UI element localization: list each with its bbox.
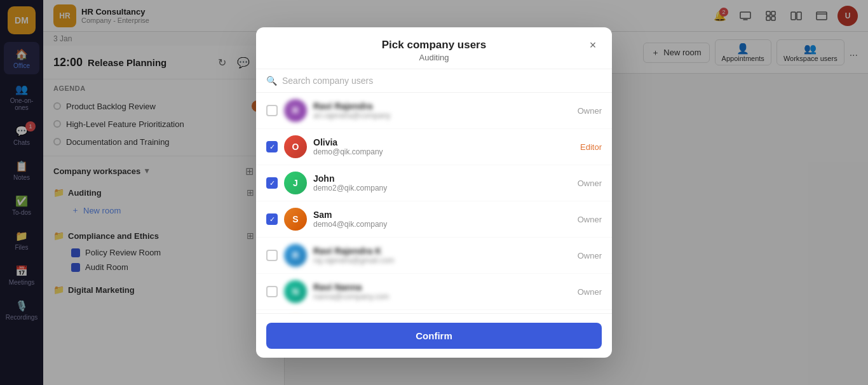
user-email-1: ari.rajendra@company	[313, 111, 571, 120]
user-email-sam: demo4@qik.company	[313, 220, 571, 229]
user-item: S Sam demo4@qik.company Owner	[256, 201, 612, 238]
search-icon: 🔍	[266, 76, 277, 86]
modal-title: Pick company users	[269, 39, 599, 51]
user-name-6: Ravi Nanna	[313, 282, 571, 292]
modal-overlay: Pick company users Auditing × 🔍 R Ravi R…	[0, 0, 868, 385]
user-item: O Olivia demo@qik.company Editor	[256, 129, 612, 165]
user-email-5: raj.rajendra@gmail.com	[313, 256, 571, 265]
user-info-1: Ravi Rajendra ari.rajendra@company	[313, 101, 571, 120]
user-checkbox-2[interactable]	[266, 141, 278, 152]
user-role-john: Owner	[578, 179, 602, 188]
search-input[interactable]	[282, 76, 602, 86]
user-info-olivia: Olivia demo@qik.company	[313, 137, 574, 156]
user-checkbox-6[interactable]	[266, 286, 278, 297]
user-list: R Ravi Rajendra ari.rajendra@company Own…	[256, 93, 612, 313]
confirm-button[interactable]: Confirm	[266, 323, 602, 349]
user-role-sam: Owner	[578, 215, 602, 224]
user-role-1: Owner	[578, 106, 602, 116]
user-info-5: Ravi Rajendra K raj.rajendra@gmail.com	[313, 246, 571, 265]
modal-close-button[interactable]: ×	[584, 36, 602, 54]
user-email-6: nanna@company.com	[313, 292, 571, 301]
user-name-olivia: Olivia	[313, 137, 574, 147]
modal-search-bar: 🔍	[256, 69, 612, 93]
modal-header: Pick company users Auditing ×	[256, 27, 612, 69]
modal-footer: Confirm	[256, 313, 612, 358]
user-item: R Ravi Rajendra ari.rajendra@company Own…	[256, 93, 612, 129]
user-avatar-6: N	[284, 280, 307, 303]
user-name-1: Ravi Rajendra	[313, 101, 571, 111]
user-avatar-1: R	[284, 99, 307, 122]
user-name-5: Ravi Rajendra K	[313, 246, 571, 256]
user-info-6: Ravi Nanna nanna@company.com	[313, 282, 571, 301]
user-role-olivia: Editor	[580, 142, 602, 152]
user-name-sam: Sam	[313, 210, 571, 220]
user-avatar-john: J	[284, 172, 307, 194]
user-email-olivia: demo@qik.company	[313, 147, 574, 156]
user-avatar-olivia: O	[284, 135, 307, 158]
user-name-john: John	[313, 173, 571, 184]
pick-users-modal: Pick company users Auditing × 🔍 R Ravi R…	[256, 27, 612, 358]
user-item: R Ravi Rajendra K raj.rajendra@gmail.com…	[256, 238, 612, 274]
user-checkbox-4[interactable]	[266, 213, 278, 225]
user-role-6: Owner	[578, 287, 602, 297]
user-info-john: John demo2@qik.company	[313, 173, 571, 192]
modal-subtitle: Auditing	[269, 53, 599, 62]
user-avatar-sam: S	[284, 208, 307, 231]
user-email-john: demo2@qik.company	[313, 184, 571, 192]
user-checkbox-5[interactable]	[266, 250, 278, 261]
user-role-5: Owner	[578, 251, 602, 260]
user-avatar-5: R	[284, 244, 307, 267]
user-checkbox-1[interactable]	[266, 105, 278, 116]
user-item: N Ravi Nanna nanna@company.com Owner	[256, 274, 612, 310]
user-checkbox-3[interactable]	[266, 177, 278, 189]
user-info-sam: Sam demo4@qik.company	[313, 210, 571, 229]
user-item: J John demo2@qik.company Owner	[256, 165, 612, 201]
